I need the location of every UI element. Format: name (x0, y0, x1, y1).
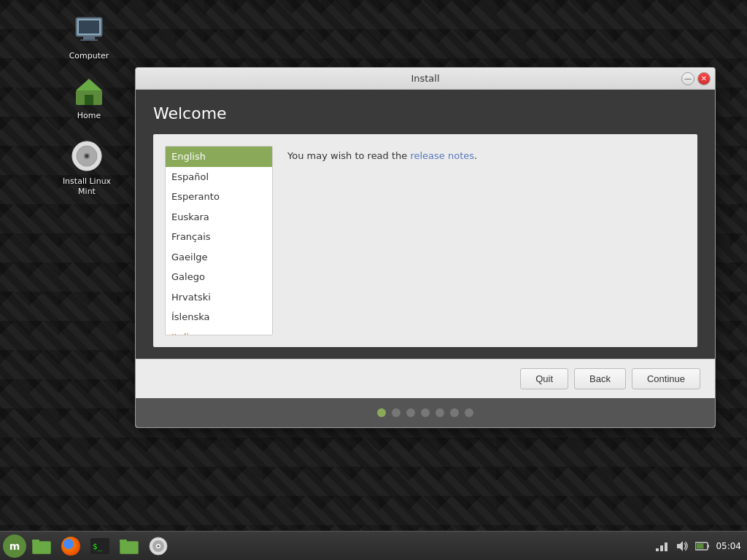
install-window: Install — ✕ Welcome EnglishEspañolEspera… (135, 67, 716, 428)
desktop-icon-install-mint[interactable]: Install Linux Mint (54, 139, 120, 198)
svg-rect-27 (665, 542, 667, 551)
taskbar-terminal-app[interactable]: $_ (86, 534, 114, 559)
language-item-gl[interactable]: Galego (166, 267, 272, 287)
desktop-icon-home[interactable]: Home (60, 73, 118, 121)
quit-button[interactable]: Quit (520, 368, 568, 389)
svg-rect-15 (33, 542, 50, 553)
svg-rect-20 (120, 542, 138, 553)
taskbar: m $_ (0, 531, 747, 560)
progress-dots (136, 398, 715, 427)
taskbar-folder2-app[interactable] (115, 534, 143, 559)
svg-text:$_: $_ (93, 542, 103, 551)
svg-rect-7 (85, 95, 93, 105)
battery-icon[interactable] (695, 539, 710, 553)
progress-dot-0 (377, 408, 386, 417)
volume-icon[interactable] (675, 539, 689, 553)
language-item-fr[interactable]: Français (166, 227, 272, 247)
language-list[interactable]: EnglishEspañolEsperantoEuskaraFrançaisGa… (165, 146, 273, 335)
welcome-heading: Welcome (153, 104, 697, 122)
language-item-eu[interactable]: Euskara (166, 207, 272, 228)
time-display: 05:04 (716, 541, 741, 551)
svg-marker-28 (677, 541, 683, 551)
minimize-button[interactable]: — (681, 72, 694, 85)
language-item-ga[interactable]: Gaeilge (166, 247, 272, 268)
progress-dot-6 (465, 408, 473, 417)
home-icon (71, 73, 107, 108)
language-item-en[interactable]: English (166, 147, 272, 167)
language-item-es[interactable]: Español (166, 167, 272, 187)
taskbar-disc-app[interactable] (144, 534, 172, 559)
window-titlebar: Install — ✕ (136, 68, 715, 90)
progress-dot-1 (392, 408, 400, 417)
link-suffix: . (474, 150, 477, 161)
firefox-icon (61, 537, 80, 556)
language-item-it[interactable]: Italiano (166, 327, 272, 336)
close-button[interactable]: ✕ (697, 72, 711, 85)
taskbar-right: 05:04 (654, 539, 747, 553)
progress-dot-5 (450, 408, 459, 417)
computer-icon (71, 13, 107, 48)
svg-point-11 (85, 155, 88, 158)
progress-dot-4 (436, 408, 444, 417)
svg-rect-26 (660, 545, 663, 551)
progress-dot-3 (421, 408, 430, 417)
window-title: Install (411, 73, 439, 84)
desktop-icon-computer[interactable]: Computer (60, 13, 118, 61)
svg-rect-30 (708, 545, 709, 548)
svg-point-24 (158, 545, 160, 547)
taskbar-mint-logo[interactable]: m (3, 534, 26, 558)
continue-button[interactable]: Continue (632, 368, 700, 389)
taskbar-left: m $_ (0, 534, 172, 559)
window-body: EnglishEspañolEsperantoEuskaraFrançaisGa… (153, 134, 697, 347)
svg-rect-31 (697, 543, 704, 548)
install-mint-icon (69, 139, 104, 174)
svg-rect-3 (83, 36, 95, 39)
back-button[interactable]: Back (574, 368, 626, 389)
taskbar-folder-app[interactable] (28, 534, 55, 559)
welcome-body-text: You may wish to read the (287, 150, 410, 161)
svg-rect-2 (79, 20, 99, 34)
network-icon[interactable] (654, 539, 669, 553)
svg-rect-25 (656, 548, 659, 551)
desktop: Computer Home Install Linux Mint (0, 0, 747, 560)
window-controls: — ✕ (681, 72, 711, 85)
language-item-is[interactable]: Íslenska (166, 307, 272, 327)
release-notes-link[interactable]: release notes (410, 150, 474, 161)
window-footer: Quit Back Continue (136, 359, 715, 398)
progress-dot-2 (406, 408, 415, 417)
taskbar-firefox-app[interactable] (57, 534, 85, 559)
welcome-description: You may wish to read the release notes. (285, 146, 686, 335)
window-header: Welcome EnglishEspañolEsperantoEuskaraFr… (136, 90, 715, 359)
install-mint-label: Install Linux Mint (54, 176, 120, 198)
language-list-container: EnglishEspañolEsperantoEuskaraFrançaisGa… (165, 146, 273, 335)
home-icon-label: Home (77, 111, 101, 121)
svg-marker-6 (76, 79, 102, 90)
computer-icon-label: Computer (69, 51, 109, 61)
language-item-hr[interactable]: Hrvatski (166, 287, 272, 308)
svg-rect-4 (80, 39, 98, 41)
language-item-eo[interactable]: Esperanto (166, 187, 272, 207)
